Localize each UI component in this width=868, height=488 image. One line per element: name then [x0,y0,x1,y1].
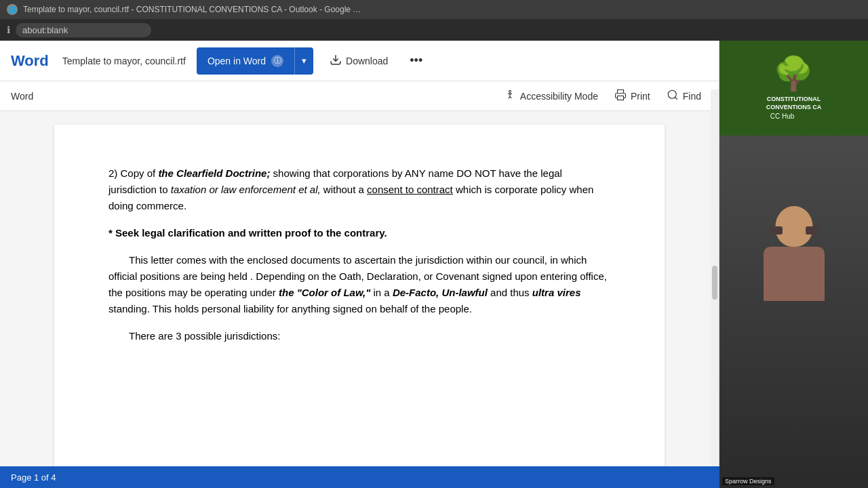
open-btn-group: Open in Word ⓘ ▾ [197,47,313,75]
search-icon [667,89,679,103]
org-logo-text: CONSTITUTIONALCONVENTIONS CA [766,96,822,111]
download-label: Download [346,56,388,66]
para1-after-italic: without a [321,184,367,195]
address-url[interactable]: about:blank [16,23,151,37]
svg-point-1 [509,90,511,92]
clearfield-bold-italic: the Clearfield Doctrine; [158,167,270,179]
download-button[interactable]: Download [324,49,393,72]
download-icon [330,54,342,68]
para2-end: standing. This holds personal liability … [108,303,472,314]
svg-rect-2 [617,96,623,100]
de-facto-bold-italic: De-Facto, Un-lawful [393,287,488,298]
sparrow-designs-label: Sparrow Designs [722,477,774,485]
find-button[interactable]: Find [660,85,708,107]
browser-favicon: 🌐 [7,4,18,15]
accessibility-label: Accessibility Mode [520,91,598,102]
ellipsis-icon: ••• [410,54,422,67]
document-title: Template to mayor, council.rtf [62,56,186,66]
video-feed: Sparrow Designs [719,136,868,488]
accessibility-icon [504,89,516,103]
main-area: Word Template to mayor, council.rtf Open… [0,41,868,488]
svg-line-4 [675,97,677,99]
word-secondary-toolbar: Word Accessibility Mode [0,81,719,111]
word-logo: Word [11,52,49,70]
color-of-law-bold-italic: the "Color of Law," [279,287,370,298]
document-content[interactable]: 2) Copy of the Clearfield Doctrine; show… [0,111,719,488]
open-info-icon: ⓘ [271,55,283,67]
address-info-icon: ℹ [7,24,10,35]
tree-icon: 🌳 [773,55,814,93]
open-in-word-label: Open in Word [208,56,266,66]
toolbar-actions: Accessibility Mode Print [497,85,708,107]
seek-legal-heading: * Seek legal clarification and written p… [108,225,610,241]
open-dropdown-button[interactable]: ▾ [294,47,313,75]
taxation-italic: taxation or law enforcement et al, [171,184,321,195]
word-area: Word Template to mayor, council.rtf Open… [0,41,719,488]
consent-to-contract-link[interactable]: consent to contract [367,184,453,195]
browser-tab-title: Template to mayor, council.rtf - CONSTIT… [23,5,362,14]
word-primary-toolbar: Word Template to mayor, council.rtf Open… [0,41,719,81]
para2-after2: and thus [488,287,532,298]
accessibility-mode-button[interactable]: Accessibility Mode [497,85,605,107]
status-bar-left: Page 1 of 4 [11,472,56,483]
paragraph-clearfield: 2) Copy of the Clearfield Doctrine; show… [108,165,610,214]
paragraph-letter: This letter comes with the enclosed docu… [108,252,610,317]
page-info: Page 1 of 4 [11,472,56,483]
right-panel: 🌳 CONSTITUTIONALCONVENTIONS CA CC Hub Sp… [719,41,868,488]
browser-address-bar: ℹ about:blank [0,19,868,41]
document-text: 2) Copy of the Clearfield Doctrine; show… [108,165,610,344]
video-area: Sparrow Designs [719,136,868,488]
print-icon [614,89,627,103]
logo-area: 🌳 CONSTITUTIONALCONVENTIONS CA CC Hub [719,41,868,136]
svg-point-3 [668,90,676,98]
print-button[interactable]: Print [608,85,657,107]
scrollbar-thumb[interactable] [712,266,717,300]
word-secondary-label: Word [11,91,33,102]
para1-before-bold: 2) Copy of [108,167,158,179]
document-page: 2) Copy of the Clearfield Doctrine; show… [54,125,665,488]
chevron-down-icon: ▾ [302,56,307,66]
open-in-word-button[interactable]: Open in Word ⓘ [197,47,294,75]
paragraph-jurisdictions: There are 3 possible jurisdictions: [108,328,610,344]
more-options-button[interactable]: ••• [404,49,428,72]
scrollbar-track [711,89,719,466]
para2-middle: in a [370,287,393,298]
find-label: Find [683,91,701,102]
cc-hub-label: CC Hub [766,111,799,121]
browser-chrome: 🌐 Template to mayor, council.rtf - CONST… [0,0,868,19]
ultra-vires-bold-italic: ultra vires [532,287,581,298]
print-label: Print [631,91,650,102]
